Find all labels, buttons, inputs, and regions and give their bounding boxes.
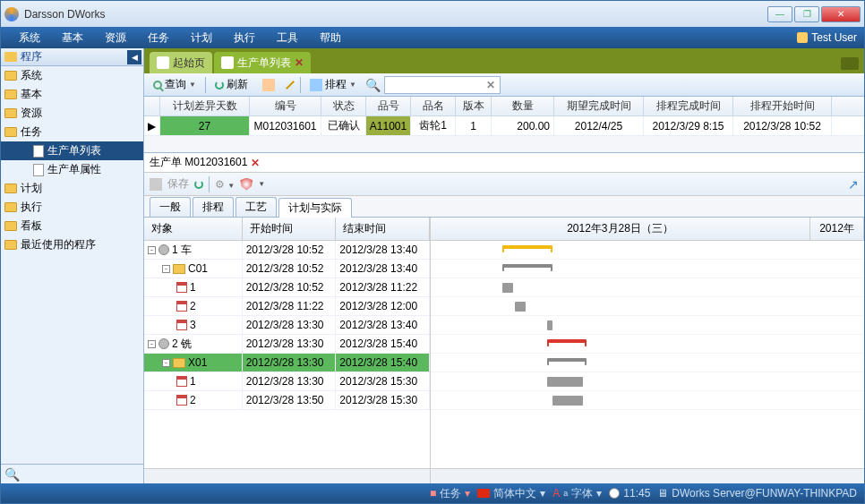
gantt-bar[interactable] <box>502 245 552 252</box>
subtab[interactable]: 计划与实际 <box>278 198 352 218</box>
gantt-bar[interactable] <box>547 339 587 346</box>
tab-overflow-icon[interactable] <box>841 57 859 70</box>
subtab[interactable]: 工艺 <box>236 197 277 217</box>
table-row[interactable]: ▶27M012031601已确认A11001齿轮11200.002012/4/2… <box>144 116 864 136</box>
detail-row[interactable]: -2 铣2012/3/28 13:302012/3/28 15:40 <box>144 335 430 354</box>
maximize-button[interactable]: ❐ <box>794 6 819 22</box>
user-label[interactable]: Test User <box>797 31 857 44</box>
sidebar-item[interactable]: 计划 <box>1 179 143 198</box>
sidebar-item[interactable]: 系统 <box>1 66 143 85</box>
binoculars-icon: 🔍 <box>365 78 381 92</box>
grid-column[interactable]: 排程开始时间 <box>733 97 832 115</box>
gantt-bar[interactable] <box>502 264 552 271</box>
menu-任务[interactable]: 任务 <box>137 30 180 46</box>
menu-系统[interactable]: 系统 <box>8 30 51 46</box>
grid-column[interactable]: 计划差异天数 <box>160 97 250 115</box>
calendar-icon <box>176 320 187 330</box>
grid-column[interactable]: 状态 <box>321 97 366 115</box>
tree-toggle[interactable]: - <box>162 265 170 273</box>
save-button[interactable]: 保存 <box>167 176 189 192</box>
binoculars-icon[interactable]: 🔍 <box>4 467 20 482</box>
titlebar: Darsson DWorks — ❐ ✕ <box>1 1 864 27</box>
toolbar-edit[interactable] <box>284 78 296 92</box>
doc-icon <box>33 164 44 176</box>
gantt-chart: 2012年3月28日（三） 2012年 <box>431 218 864 483</box>
col-end[interactable]: 结束时间 <box>336 218 430 240</box>
menu-计划[interactable]: 计划 <box>180 30 223 46</box>
menu-基本[interactable]: 基本 <box>51 30 94 46</box>
detail-row[interactable]: 32012/3/28 13:302012/3/28 13:40 <box>144 316 430 335</box>
sidebar-item[interactable]: 生产单属性 <box>1 160 143 179</box>
refresh-icon[interactable] <box>194 180 203 189</box>
popout-button[interactable]: ↗ <box>848 177 859 192</box>
sidebar-item[interactable]: 最近使用的程序 <box>1 235 143 254</box>
folder-icon <box>4 202 17 212</box>
folder-icon <box>173 264 185 274</box>
detail-row[interactable]: -X012012/3/28 13:302012/3/28 15:40 <box>144 354 430 372</box>
close-button[interactable]: ✕ <box>821 6 861 22</box>
subpanel-close-button[interactable]: ✕ <box>251 157 260 169</box>
calendar-icon <box>176 376 187 387</box>
gantt-row <box>431 372 864 391</box>
subpanel-tabbar: 生产单 M012031601 ✕ <box>144 153 864 173</box>
col-start[interactable]: 开始时间 <box>243 218 337 240</box>
refresh-button[interactable]: 刷新 <box>210 75 253 94</box>
sidebar-item[interactable]: 看板 <box>1 217 143 235</box>
h-scrollbar[interactable] <box>144 468 430 483</box>
tree-toggle[interactable]: - <box>148 246 156 254</box>
grid-column[interactable]: 品号 <box>366 97 411 115</box>
document-tab[interactable]: 起始页 <box>150 52 212 73</box>
flag-icon <box>477 489 490 498</box>
detail-grid: 对象 开始时间 结束时间 -1 车2012/3/28 10:522012/3/2… <box>144 218 431 483</box>
toolbar-split[interactable]: ⚙ ▼ <box>215 178 235 191</box>
menu-帮助[interactable]: 帮助 <box>309 30 352 46</box>
menu-工具[interactable]: 工具 <box>266 30 309 46</box>
grid-column[interactable]: 期望完成时间 <box>554 97 644 115</box>
collapse-sidebar-button[interactable]: ◀ <box>127 50 141 64</box>
document-tab[interactable]: 生产单列表✕ <box>214 52 311 73</box>
detail-row[interactable]: 22012/3/28 11:222012/3/28 12:00 <box>144 297 430 316</box>
col-object[interactable]: 对象 <box>144 218 243 240</box>
subtab[interactable]: 排程 <box>193 197 234 217</box>
search-input[interactable] <box>384 76 501 94</box>
sidebar-item[interactable]: 资源 <box>1 104 143 123</box>
subpanel-title: 生产单 M012031601 <box>150 155 247 170</box>
menu-资源[interactable]: 资源 <box>94 30 137 46</box>
detail-row[interactable]: -1 车2012/3/28 10:522012/3/28 13:40 <box>144 241 430 260</box>
subpanel-tabs: 一般排程工艺计划与实际 <box>144 196 864 218</box>
shield-icon[interactable] <box>240 178 253 191</box>
tree-toggle[interactable]: - <box>162 359 170 367</box>
detail-row[interactable]: 22012/3/28 13:502012/3/28 15:30 <box>144 391 430 410</box>
grid-column[interactable]: 品名 <box>411 97 456 115</box>
gantt-bar[interactable] <box>547 358 587 365</box>
detail-row[interactable]: 12012/3/28 13:302012/3/28 15:30 <box>144 372 430 391</box>
sidebar-item[interactable]: 生产单列表 <box>1 141 143 160</box>
gantt-bar[interactable] <box>552 396 583 406</box>
toolbar-action-1[interactable] <box>257 77 280 93</box>
gantt-bar[interactable] <box>547 377 583 387</box>
gantt-bar[interactable] <box>515 302 526 312</box>
gantt-bar[interactable] <box>547 320 552 330</box>
minimize-button[interactable]: — <box>767 6 792 22</box>
gantt-bar[interactable] <box>502 283 513 293</box>
grid-column[interactable]: 排程完成时间 <box>644 97 733 115</box>
folder-icon <box>4 71 17 81</box>
query-button[interactable]: 查询 ▼ <box>148 75 201 94</box>
tab-close-icon[interactable]: ✕ <box>295 56 304 69</box>
menu-执行[interactable]: 执行 <box>223 30 266 46</box>
tree-toggle[interactable]: - <box>148 340 156 348</box>
grid-column[interactable]: 编号 <box>250 97 321 115</box>
schedule-icon <box>310 79 322 91</box>
detail-row[interactable]: -C012012/3/28 10:522012/3/28 13:40 <box>144 260 430 278</box>
schedule-button[interactable]: 排程 ▼ <box>304 75 362 94</box>
grid-column[interactable]: 版本 <box>456 97 492 115</box>
detail-row[interactable]: 12012/3/28 10:522012/3/28 11:22 <box>144 278 430 297</box>
sidebar-item[interactable]: 执行 <box>1 198 143 217</box>
subtab[interactable]: 一般 <box>150 197 191 217</box>
h-scrollbar[interactable] <box>431 468 864 483</box>
grid-header: 计划差异天数编号状态品号品名版本数量期望完成时间排程完成时间排程开始时间 <box>144 97 864 116</box>
sidebar-item[interactable]: 任务 <box>1 123 143 141</box>
clear-search-button[interactable]: ✕ <box>486 79 495 91</box>
sidebar-item[interactable]: 基本 <box>1 85 143 104</box>
grid-column[interactable]: 数量 <box>492 97 554 115</box>
